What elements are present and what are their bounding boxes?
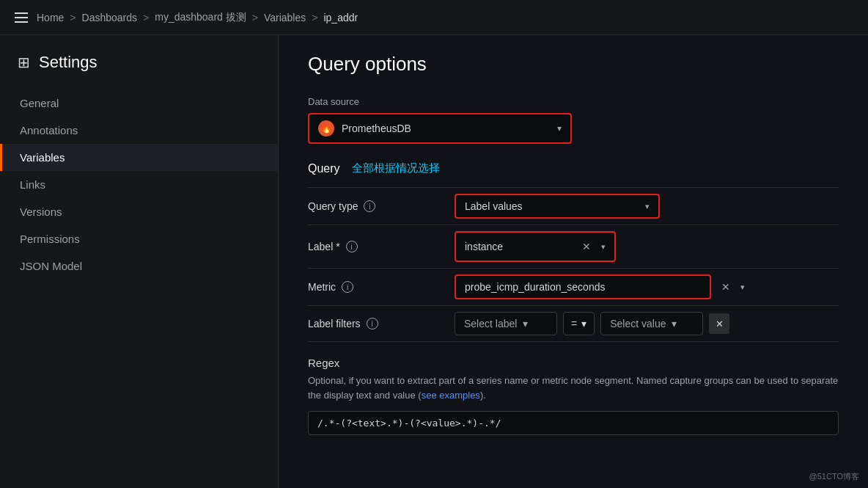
label-row-label: Label * i [308,235,455,258]
datasource-label: Data source [308,96,839,107]
sidebar-item-annotations[interactable]: Annotations [0,117,278,144]
regex-see-examples-link[interactable]: see examples [422,390,480,401]
label-select[interactable]: instance ✕ ▾ [455,231,616,262]
query-section-title: Query [308,162,340,175]
metric-info-icon[interactable]: i [342,281,353,293]
query-type-chevron-icon: ▾ [645,202,650,211]
breadcrumb-sep-3: > [252,12,258,23]
metric-selected-value: probe_icmp_duration_seconds [465,281,701,293]
query-section: Query 全部根据情况选择 Query type i Label values… [308,161,839,342]
filter-operator-select[interactable]: = ▾ [563,312,595,335]
page-title: Query options [308,53,839,76]
sidebar-item-json-model[interactable]: JSON Model [0,252,278,280]
filter-label-select[interactable]: Select label ▾ [455,312,557,335]
query-type-info-icon[interactable]: i [364,200,375,212]
filter-value-chevron-icon: ▾ [672,318,677,329]
label-info-icon[interactable]: i [346,241,358,252]
breadcrumb-sep-4: > [312,12,317,23]
label-filters-row: Label filters i Select label ▾ = ▾ [308,305,839,342]
query-type-value: Label values ▾ [455,188,839,225]
query-type-row: Query type i Label values ▾ [308,187,839,225]
breadcrumb-variables[interactable]: Variables [264,12,306,23]
sidebar-header: ⊞ Settings [0,53,278,90]
main-layout: ⊞ Settings General Annotations Variables… [0,35,868,488]
query-type-selected-value: Label values [465,200,639,212]
regex-section: Regex Optional, if you want to extract p… [308,357,839,435]
regex-title: Regex [308,357,839,369]
metric-row-label: Metric i [308,275,455,299]
watermark: @51CTO博客 [809,471,859,482]
label-filters-value: Select label ▾ = ▾ Select value ▾ ✕ [455,306,839,341]
filter-value-select[interactable]: Select value ▾ [600,312,703,335]
query-section-header: Query 全部根据情况选择 [308,161,839,175]
filter-operator-chevron-icon: ▾ [581,318,586,329]
regex-input[interactable]: /.*-(?<text>.*)-(?<value>.*)-.*/ [308,411,839,435]
sidebar-item-variables[interactable]: Variables [0,144,278,171]
sidebar: ⊞ Settings General Annotations Variables… [0,35,279,488]
label-filters-info-icon[interactable]: i [367,318,378,329]
hamburger-menu-icon[interactable] [12,10,31,26]
sidebar-title: Settings [39,53,98,72]
label-row: Label * i instance ✕ ▾ [308,225,839,268]
breadcrumb-home[interactable]: Home [37,12,64,23]
breadcrumb-sep-1: > [70,12,76,23]
settings-grid-icon: ⊞ [18,54,30,71]
metric-clear-button[interactable]: ✕ [717,278,735,296]
metric-chevron-icon: ▾ [740,283,745,292]
sidebar-item-links[interactable]: Links [0,171,278,198]
metric-row: Metric i probe_icmp_duration_seconds ✕ ▾ [308,268,839,305]
datasource-select[interactable]: PrometheusDB ▾ [308,113,572,144]
prometheus-icon [318,120,334,136]
datasource-section: Data source PrometheusDB ▾ [308,96,839,144]
metric-select[interactable]: probe_icmp_duration_seconds [455,274,711,299]
breadcrumb-sep-2: > [143,12,149,23]
sidebar-item-versions[interactable]: Versions [0,198,278,225]
filter-label-chevron-icon: ▾ [523,318,528,329]
datasource-name: PrometheusDB [342,123,550,134]
label-row-value: instance ✕ ▾ [455,225,839,268]
label-chevron-icon: ▾ [601,242,606,252]
breadcrumb-dashboards[interactable]: Dashboards [82,12,138,23]
breadcrumb-my-dashboard[interactable]: my_dashboard 拔测 [155,11,246,24]
metric-row-value: probe_icmp_duration_seconds ✕ ▾ [455,269,839,305]
sidebar-item-permissions[interactable]: Permissions [0,225,278,252]
filter-remove-button[interactable]: ✕ [709,313,729,334]
label-selected-value: instance [465,241,572,252]
breadcrumb: Home > Dashboards > my_dashboard 拔测 > Va… [37,11,358,24]
label-filters-label: Label filters i [308,312,455,335]
regex-description: Optional, if you want to extract part of… [308,374,839,402]
query-hint-text: 全部根据情况选择 [352,161,440,175]
query-type-select[interactable]: Label values ▾ [455,194,660,219]
query-type-label: Query type i [308,194,455,218]
label-filter-controls: Select label ▾ = ▾ Select value ▾ ✕ [455,312,729,335]
sidebar-nav: General Annotations Variables Links Vers… [0,90,278,280]
datasource-chevron-icon: ▾ [557,123,562,134]
topbar: Home > Dashboards > my_dashboard 拔测 > Va… [0,0,868,35]
breadcrumb-ip-addr: ip_addr [323,12,358,23]
main-content: Query options Data source PrometheusDB ▾… [279,35,868,488]
sidebar-item-general[interactable]: General [0,90,278,117]
label-clear-button[interactable]: ✕ [578,238,595,255]
